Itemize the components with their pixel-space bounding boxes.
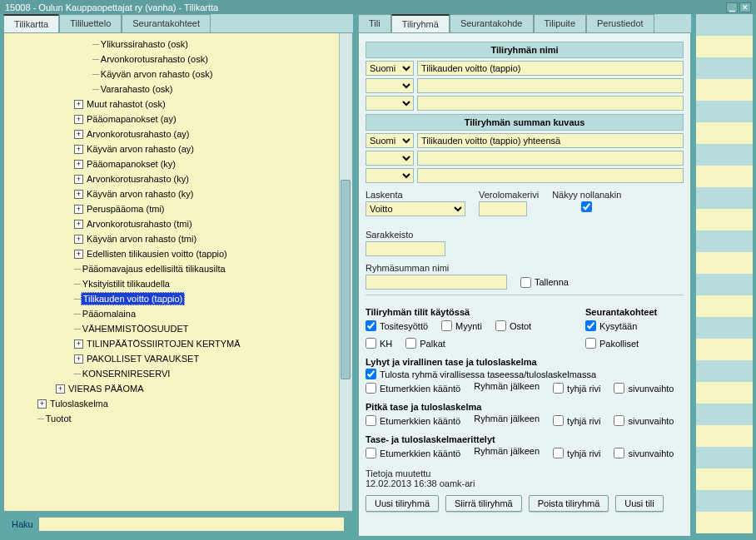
- tree-node[interactable]: ─Tilikauden voitto (tappio): [6, 291, 351, 306]
- tree-node[interactable]: +Käyvän arvon rahasto (ky): [6, 186, 351, 201]
- tree-node[interactable]: +Käyvän arvon rahasto (tmi): [6, 231, 351, 246]
- group-name-value-input[interactable]: [417, 61, 684, 76]
- tab-tilipuite[interactable]: Tilipuite: [534, 14, 587, 32]
- expand-icon[interactable]: +: [74, 175, 83, 184]
- group-sum-lang-select[interactable]: Suomi: [366, 133, 414, 148]
- expand-icon[interactable]: +: [74, 145, 83, 154]
- tree-label[interactable]: Tuloslaskelma: [48, 398, 110, 409]
- laskenta-select[interactable]: Voitto: [366, 201, 465, 216]
- poista-tiliryhma-button[interactable]: Poista tiliryhmä: [529, 495, 609, 512]
- lyhyt-tyhja-cb[interactable]: [553, 383, 564, 394]
- pitka-sivu-cb[interactable]: [614, 415, 624, 426]
- scroll-thumb[interactable]: [341, 180, 351, 379]
- group-sum-value-input[interactable]: [417, 151, 684, 166]
- tree-node[interactable]: +Arvonkorotusrahasto (tmi): [6, 216, 351, 231]
- tab-perustiedot[interactable]: Perustiedot: [586, 14, 654, 32]
- expand-icon[interactable]: +: [74, 354, 83, 364]
- group-name-value-input[interactable]: [417, 96, 684, 111]
- tree-label[interactable]: Käyvän arvon rahasto (tmi): [85, 233, 198, 245]
- tree-label[interactable]: Käyvän arvon rahasto (osk): [99, 68, 215, 80]
- siirra-tiliryhma-button[interactable]: Siirrä tiliryhmä: [445, 495, 522, 512]
- lyhyt-etumerkki-cb[interactable]: [366, 383, 376, 394]
- expand-icon[interactable]: +: [74, 250, 83, 259]
- sarakkeisto-input[interactable]: [366, 241, 445, 256]
- expand-icon[interactable]: +: [74, 220, 83, 229]
- tree-node[interactable]: +Peruspääoma (tmi): [6, 201, 351, 216]
- ryhmasumma-input[interactable]: [366, 275, 507, 290]
- tree-label[interactable]: Pääomapanokset (ay): [85, 113, 178, 125]
- close-icon[interactable]: ✕: [739, 2, 751, 12]
- expand-icon[interactable]: +: [74, 205, 83, 214]
- tree-label[interactable]: Arvonkorotusrahasto (tmi): [85, 218, 194, 230]
- tree-node[interactable]: +Arvonkorotusrahasto (ky): [6, 171, 351, 186]
- tree-scrollbar[interactable]: [339, 33, 352, 511]
- expand-icon[interactable]: +: [37, 399, 47, 409]
- tree-node[interactable]: ─Pääomavajaus edellisiltä tilikausilta: [6, 261, 351, 276]
- tree-label[interactable]: Arvonkorotusrahasto (ay): [85, 128, 191, 140]
- tree-node[interactable]: +Pääomapanokset (ky): [6, 156, 351, 171]
- tallenna-checkbox[interactable]: [520, 277, 531, 288]
- tree-label[interactable]: Pääomapanokset (ky): [85, 158, 177, 170]
- tilit-palkat-checkbox[interactable]: [405, 338, 416, 349]
- tilit-tositesyöttö-checkbox[interactable]: [366, 320, 376, 331]
- tab-tili[interactable]: Tili: [358, 14, 391, 32]
- minimize-icon[interactable]: ▁: [726, 2, 738, 12]
- tree-label[interactable]: VIERAS PÄÄOMA: [67, 383, 145, 394]
- group-name-lang-select[interactable]: [366, 78, 414, 93]
- expand-icon[interactable]: +: [74, 130, 83, 139]
- tab-tiliryhmä[interactable]: Tiliryhmä: [391, 14, 450, 32]
- tree-node[interactable]: +Edellisten tilikausien voitto (tappio): [6, 246, 351, 261]
- search-input[interactable]: [38, 517, 345, 532]
- tree-node[interactable]: ─Arvonkorotusrahasto (osk): [6, 52, 351, 67]
- group-sum-value-input[interactable]: [417, 168, 684, 183]
- tree-label[interactable]: Muut rahastot (osk): [85, 98, 167, 110]
- tree-node[interactable]: +Arvonkorotusrahasto (ay): [6, 126, 351, 141]
- lyhyt-sivu-cb[interactable]: [614, 383, 624, 394]
- pitka-tyhja-cb[interactable]: [553, 415, 564, 426]
- tree-node[interactable]: +Muut rahastot (osk): [6, 97, 351, 111]
- tree-node[interactable]: +TILINPÄÄTÖSSIIRTOJEN KERTYMÄ: [6, 336, 351, 351]
- tree-label[interactable]: KONSERNIRESERVI: [81, 368, 172, 379]
- tree-label[interactable]: Peruspääoma (tmi): [85, 203, 167, 215]
- group-name-lang-select[interactable]: [366, 96, 414, 111]
- tree-label[interactable]: Pääomalaina: [81, 308, 137, 320]
- tree-label[interactable]: TILINPÄÄTÖSSIIRTOJEN KERTYMÄ: [85, 338, 242, 349]
- tree-node[interactable]: ─Yksityistilit tilikaudella: [6, 276, 351, 291]
- tree-node[interactable]: +Pääomapanokset (ay): [6, 111, 351, 126]
- tab-seurantakohde[interactable]: Seurantakohde: [450, 14, 534, 32]
- tab-seurantakohteet[interactable]: Seurantakohteet: [122, 14, 211, 32]
- expand-icon[interactable]: +: [74, 339, 83, 349]
- tree-node[interactable]: +PAKOLLISET VARAUKSET: [6, 351, 351, 366]
- tilit-ostot-checkbox[interactable]: [495, 320, 506, 331]
- tree-node[interactable]: +VIERAS PÄÄOMA: [6, 381, 351, 396]
- group-name-value-input[interactable]: [417, 78, 684, 93]
- group-sum-lang-select[interactable]: [366, 151, 414, 166]
- tilit-kh-checkbox[interactable]: [366, 338, 376, 349]
- erittely-etumerkki-cb[interactable]: [366, 448, 376, 458]
- seuranta-pakolliset-checkbox[interactable]: [585, 338, 596, 349]
- tree-label[interactable]: Tuotot: [44, 413, 73, 424]
- tab-tilikartta[interactable]: Tilikartta: [3, 14, 59, 32]
- pitka-etumerkki-cb[interactable]: [366, 415, 376, 426]
- tulosta-checkbox[interactable]: [366, 369, 376, 379]
- account-tree[interactable]: ─Ylikurssirahasto (osk)─Arvonkorotusraha…: [3, 32, 353, 512]
- tree-label[interactable]: Edellisten tilikausien voitto (tappio): [85, 248, 229, 260]
- seuranta-kysytään-checkbox[interactable]: [585, 320, 596, 331]
- group-sum-lang-select[interactable]: [366, 168, 414, 183]
- erittely-sivu-cb[interactable]: [614, 448, 624, 458]
- tree-label[interactable]: Arvonkorotusrahasto (ky): [85, 173, 191, 185]
- tree-node[interactable]: ─KONSERNIRESERVI: [6, 366, 351, 381]
- tree-label[interactable]: Arvonkorotusrahasto (osk): [99, 53, 210, 65]
- nakyy-checkbox[interactable]: [552, 201, 621, 212]
- uusi-tiliryhma-button[interactable]: Uusi tiliryhmä: [366, 495, 439, 512]
- tree-label[interactable]: Ylikurssirahasto (osk): [99, 38, 190, 50]
- expand-icon[interactable]: +: [74, 160, 83, 169]
- expand-icon[interactable]: +: [74, 115, 83, 124]
- tree-node[interactable]: +Käyvän arvon rahasto (ay): [6, 141, 351, 156]
- tree-node[interactable]: ─VÄHEMMISTÖOSUUDET: [6, 321, 351, 336]
- tree-label[interactable]: Yksityistilit tilikaudella: [81, 278, 172, 290]
- tab-tililuettelo[interactable]: Tililuettelo: [59, 14, 122, 32]
- tree-node[interactable]: ─Pääomalaina: [6, 306, 351, 321]
- tree-node[interactable]: ─Vararahasto (osk): [6, 82, 351, 97]
- expand-icon[interactable]: +: [56, 384, 65, 394]
